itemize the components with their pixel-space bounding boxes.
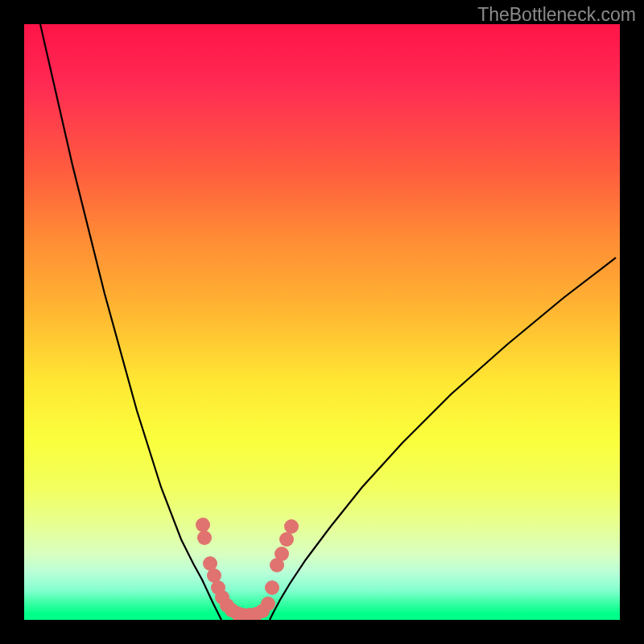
data-marker [275,547,289,561]
data-marker [196,518,210,532]
marker-dots [196,518,299,620]
data-marker [279,532,294,547]
data-marker [261,597,275,611]
chart-svg [24,24,620,620]
left-curve [40,24,221,620]
data-marker [197,530,212,545]
data-marker [284,519,299,534]
watermark-text: TheBottleneck.com [477,4,636,26]
plot-area [24,24,620,620]
data-marker [265,580,279,595]
right-curve [270,258,616,620]
curve-lines [40,24,616,620]
